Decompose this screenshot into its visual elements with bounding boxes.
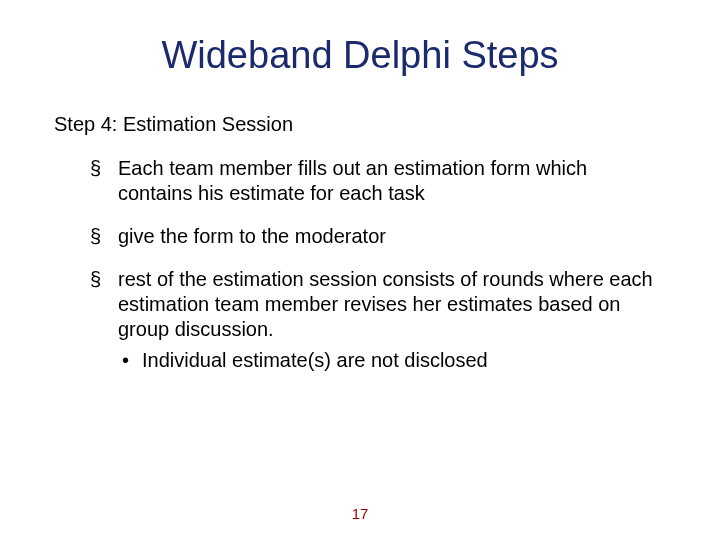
- slide-title: Wideband Delphi Steps: [0, 34, 720, 77]
- sub-list: Individual estimate(s) are not disclosed: [122, 348, 660, 373]
- list-item: Each team member fills out an estimation…: [90, 156, 660, 206]
- list-item: rest of the estimation session consists …: [90, 267, 660, 373]
- bullet-text: Each team member fills out an estimation…: [118, 157, 587, 204]
- bullet-text: rest of the estimation session consists …: [118, 268, 653, 340]
- bullet-text: give the form to the moderator: [118, 225, 386, 247]
- sub-list-item: Individual estimate(s) are not disclosed: [122, 348, 660, 373]
- bullet-list: Each team member fills out an estimation…: [90, 156, 660, 373]
- page-number: 17: [0, 505, 720, 522]
- slide-subtitle: Step 4: Estimation Session: [54, 113, 720, 136]
- sub-bullet-text: Individual estimate(s) are not disclosed: [142, 349, 488, 371]
- list-item: give the form to the moderator: [90, 224, 660, 249]
